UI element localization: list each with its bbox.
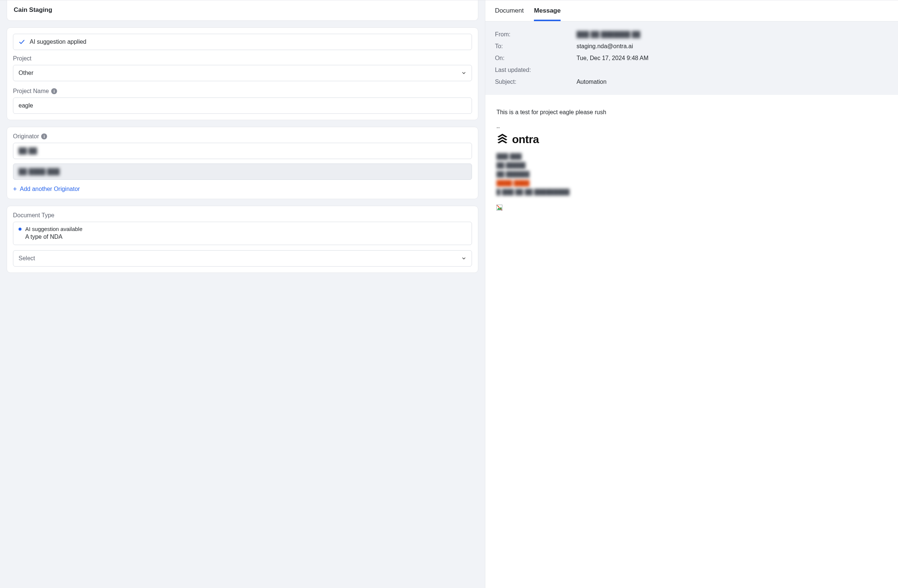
tabs: Document Message: [485, 0, 898, 22]
meta-value-to: staging.nda@ontra.ai: [577, 43, 633, 50]
meta-label-subject: Subject:: [495, 79, 577, 85]
project-card: AI suggestion applied Project Other Proj…: [7, 28, 478, 120]
page-root: Cain Staging AI suggestion applied Proje…: [0, 0, 898, 588]
signature-separator: --: [497, 125, 887, 131]
chevron-down-icon: [461, 256, 466, 261]
meta-label-on: On:: [495, 55, 577, 62]
meta-value-from: ███ ██ ███████ ██: [577, 31, 640, 38]
stage-title: Cain Staging: [14, 6, 471, 14]
meta-label-from: From:: [495, 31, 577, 38]
info-icon[interactable]: [41, 134, 47, 139]
add-originator-label: Add another Originator: [20, 186, 80, 192]
originator-value-1: ██ ██: [18, 148, 37, 154]
originator-value-2: ██ ████ ███: [18, 168, 60, 175]
meta-value-subject: Automation: [577, 79, 607, 85]
project-name-input[interactable]: eagle: [13, 97, 472, 114]
document-type-card: Document Type AI suggestion available A …: [7, 206, 478, 273]
message-column: Document Message From: ███ ██ ███████ ██…: [485, 0, 898, 588]
sig-line: ██ █████: [497, 161, 887, 170]
message-text: This is a test for project eagle please …: [497, 109, 887, 115]
project-name-value: eagle: [18, 102, 33, 109]
ai-available-value: A type of NDA: [18, 234, 466, 240]
info-icon[interactable]: [51, 88, 57, 94]
message-body: This is a test for project eagle please …: [485, 95, 898, 225]
tab-document[interactable]: Document: [495, 7, 524, 21]
sig-line: ████ ████: [497, 179, 887, 188]
document-type-label: Document Type: [13, 212, 472, 219]
ai-suggestion-applied-banner: AI suggestion applied: [13, 34, 472, 50]
project-select-value: Other: [18, 70, 33, 76]
add-originator-link[interactable]: + Add another Originator: [13, 186, 80, 192]
signature-lines: ███ ███ ██ █████ ██ ██████ ████ ████ █ █…: [497, 152, 887, 197]
ai-suggestion-available-banner[interactable]: AI suggestion available A type of NDA: [13, 222, 472, 245]
ai-available-label: AI suggestion available: [25, 226, 82, 232]
sig-line: ███ ███: [497, 152, 887, 161]
meta-row-to: To: staging.nda@ontra.ai: [495, 43, 888, 50]
project-name-label: Project Name: [13, 88, 472, 94]
originator-label-text: Originator: [13, 133, 39, 140]
stage-card: Cain Staging: [7, 0, 478, 21]
meta-value-on: Tue, Dec 17, 2024 9:48 AM: [577, 55, 649, 62]
plus-icon: +: [13, 186, 17, 192]
ai-applied-text: AI suggestion applied: [30, 38, 86, 45]
originator-label: Originator: [13, 133, 472, 140]
check-icon: [18, 38, 25, 45]
tab-message[interactable]: Message: [534, 7, 561, 21]
document-type-select[interactable]: Select: [13, 250, 472, 266]
project-label: Project: [13, 55, 472, 62]
broken-image-icon: [497, 205, 503, 211]
message-meta: From: ███ ██ ███████ ██ To: staging.nda@…: [485, 22, 898, 95]
meta-row-from: From: ███ ██ ███████ ██: [495, 31, 888, 38]
ontra-logo-icon: [497, 133, 508, 146]
meta-row-on: On: Tue, Dec 17, 2024 9:48 AM: [495, 55, 888, 62]
meta-label-to: To:: [495, 43, 577, 50]
sig-line: █ ███ ██ ██ █████████: [497, 188, 887, 197]
form-column: Cain Staging AI suggestion applied Proje…: [0, 0, 485, 588]
originator-card: Originator ██ ██ ██ ████ ███ + Add anoth…: [7, 127, 478, 199]
sig-line: ██ ██████: [497, 170, 887, 179]
originator-row-1[interactable]: ██ ██: [13, 143, 472, 159]
ontra-logo: ontra: [497, 133, 887, 146]
meta-row-subject: Subject: Automation: [495, 79, 888, 85]
ontra-logo-text: ontra: [512, 133, 539, 146]
chevron-down-icon: [461, 71, 466, 75]
dot-icon: [18, 228, 22, 231]
meta-row-last-updated: Last updated:: [495, 67, 888, 74]
project-name-label-text: Project Name: [13, 88, 49, 94]
originator-row-2[interactable]: ██ ████ ███: [13, 163, 472, 180]
project-select[interactable]: Other: [13, 65, 472, 81]
document-type-placeholder: Select: [18, 255, 35, 262]
meta-label-last-updated: Last updated:: [495, 67, 577, 74]
